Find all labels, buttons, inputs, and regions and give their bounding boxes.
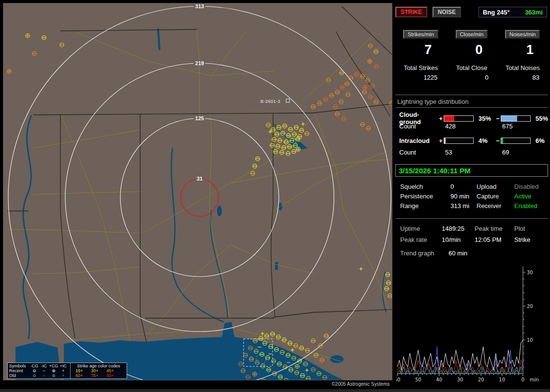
plot-value: Strike [514,236,548,243]
plus-sign: + [438,115,444,122]
legend-col-cg-neg: -CG [29,364,39,368]
plot-label: Plot [514,225,548,232]
divider [395,218,548,219]
squelch-label: Squelch [400,183,450,190]
status-panel: STRIKE NOISE Bng 245° 363mi Strikes/min … [395,3,548,389]
legend-recent-label: Recent [9,368,29,373]
strikes-per-min-value: 7 [395,42,446,57]
svg-text:30: 30 [527,270,533,275]
distribution-title: Lightning type distribution [397,98,468,105]
persistence-label: Persistence [400,193,450,200]
legend-old-label: Old [9,373,29,378]
total-strikes-label: Total Strikes [395,64,446,71]
cg-neg-recent-icon: ⊖ [29,368,39,373]
total-close-value: 0 [446,74,497,81]
age-45: 45+ [102,368,118,373]
cg-neg-bar [501,115,531,122]
capture-label: Capture [477,193,514,200]
strikes-per-min-badge: Strikes/min [403,30,438,39]
range-value: 313 mi [450,202,477,210]
ring-label-31: 31 [195,176,204,182]
ic-neg-pct: 6% [534,137,550,144]
peak-rate-value: 10/min [442,236,475,243]
squelch-value: 0 [450,183,477,190]
noise-mode-button[interactable]: NOISE [433,7,461,17]
cg-neg-pct: 55% [534,115,550,122]
storm-cell-label: B-2601-3 [261,99,280,104]
minus-sign: − [495,137,501,144]
rate-badges-row: Strikes/min Close/min Noises/min [395,30,548,39]
cg-neg-count: 675 [501,123,534,130]
svg-text:20: 20 [478,377,484,382]
capture-status: Active [514,193,550,200]
cell-marker-icon [286,99,289,102]
legend-symbols-header: Symbols [9,364,29,368]
peak-rate-label: Peak rate [400,236,442,243]
cg-pos-bar [444,115,474,122]
svg-text:30: 30 [457,377,463,382]
intracloud-label: Intracloud [395,137,438,144]
svg-text:min: min [530,377,539,382]
lightning-map[interactable]: 313 219 125 31 B-2601-3 Symbols -CG -IC … [3,3,392,380]
count-label: Count [395,123,438,130]
cg-pos-old-icon: ⊕ [49,373,58,378]
window-edge [0,389,550,392]
bearing-label: Bng 245° [483,9,510,16]
totals-labels-row: Total Strikes Total Close Total Noises [395,64,548,71]
upload-status: Disabled [514,183,550,190]
trend-window-value: 60 min [449,250,467,257]
noises-per-min-badge: Noises/min [505,30,540,39]
datetime-text: 3/15/2026 1:40:11 PM [399,167,470,175]
range-label: Range [400,202,450,210]
ring-label-313: 313 [194,3,205,9]
cloud-ground-count-row: Count 428 675 [395,123,548,130]
close-alarm-ring [181,179,218,216]
water-bodies [15,138,346,380]
map-legend: Symbols -CG -IC +CG +IC Recent ⊖ − ⊕ + O… [7,363,127,379]
ic-pos-bar [444,138,474,144]
upload-label: Upload [477,183,514,190]
cg-neg-old-icon: ⊖ [29,373,39,378]
noises-per-min-value: 1 [497,42,548,57]
mode-toolbar: STRIKE NOISE Bng 245° 363mi [395,7,548,18]
cg-pos-pct: 35% [477,115,495,122]
cg-pos-count: 428 [444,123,477,130]
close-per-min-badge: Close/min [456,30,488,39]
divider [395,107,548,108]
divider [395,95,548,95]
receiver-status-table: Squelch 0 Upload Disabled Persistence 90… [395,182,548,210]
cg-pos-recent-icon: ⊕ [49,368,58,373]
legend-age-header: Strike age color codes [72,364,126,368]
plus-sign: + [438,137,444,144]
svg-text:40: 40 [436,377,442,382]
legend-col-ic-neg: -IC [39,364,49,368]
age-30: 30+ [87,368,102,373]
ic-pos-pct: 4% [477,137,495,144]
ic-neg-recent-icon: − [39,368,49,373]
svg-text:50: 50 [415,377,421,382]
uptime-value: 1489:25 [442,225,475,232]
bearing-distance: 363mi [525,9,543,16]
receiver-label: Receiver [477,202,514,210]
nexstorm-window: 313 219 125 31 B-2601-3 Symbols -CG -IC … [0,0,550,392]
ic-neg-old-icon: − [39,373,49,378]
rate-values-row: 7 0 1 [395,42,548,57]
ring-label-219: 219 [194,60,205,66]
intracloud-row: Intracloud + 4% − 6% [395,137,548,144]
copyright-text: ©2005 Astrogenic Systems [332,381,390,387]
minus-sign: − [495,115,501,122]
trend-graph-label: Trend graph [400,250,434,257]
svg-text:0: 0 [521,377,524,382]
peak-time-value: 12:05 PM [475,236,514,243]
strike-mode-button[interactable]: STRIKE [395,7,427,17]
legend-col-cg-pos: +CG [49,364,58,368]
bearing-readout: Bng 245° 363mi [478,7,547,17]
total-close-label: Total Close [446,64,497,71]
svg-text:10: 10 [527,337,533,343]
total-noises-value: 83 [497,74,548,81]
svg-text:20: 20 [527,304,533,309]
totals-values-row: 1225 0 83 [395,74,548,81]
datetime-box: 3/15/2026 1:40:11 PM [395,164,548,177]
ic-pos-old-icon: + [58,373,68,378]
session-info-table: Uptime 1489:25 Peak time Plot Peak rate … [395,223,548,245]
